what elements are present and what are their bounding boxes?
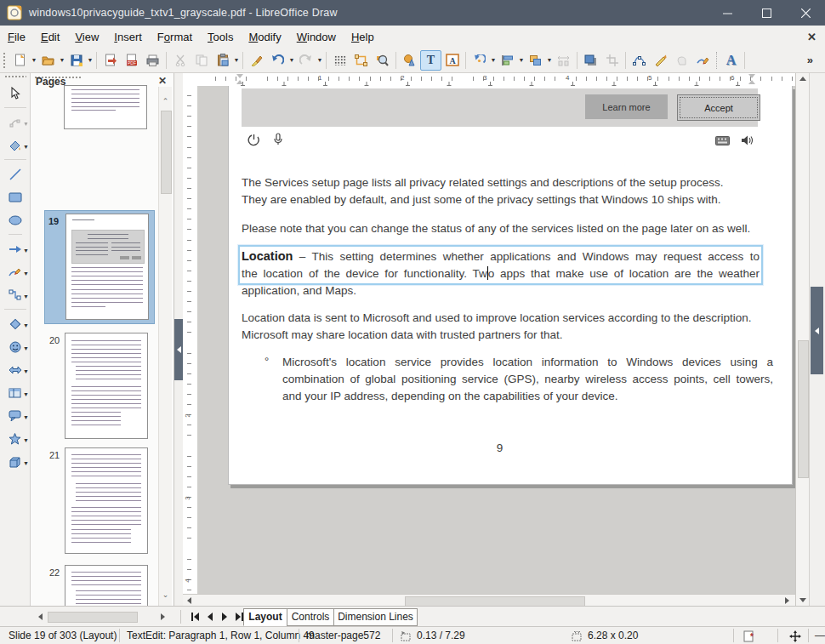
dropdown-arrow[interactable]: ▼: [23, 322, 30, 328]
horizontal-ruler[interactable]: 1 2 3 4 5 6: [197, 73, 795, 87]
open-button[interactable]: [37, 50, 59, 71]
new-button[interactable]: [9, 50, 31, 71]
page-thumbnail-21[interactable]: [65, 447, 148, 554]
menu-item-help[interactable]: Help: [344, 31, 382, 43]
indent-marker-right[interactable]: [748, 80, 755, 84]
3d-objects-tool[interactable]: ▼: [1, 450, 30, 473]
dropdown-arrow[interactable]: ▼: [23, 414, 30, 420]
insert-shapes-button[interactable]: [399, 50, 420, 71]
glue-points-button[interactable]: [650, 50, 671, 71]
menu-item-edit[interactable]: Edit: [33, 31, 67, 43]
menu-item-format[interactable]: Format: [150, 31, 200, 43]
vertical-scrollbar-thumb[interactable]: [798, 340, 809, 478]
pages-panel-close-icon[interactable]: ✕: [158, 75, 167, 87]
page-thumbnail-19[interactable]: [65, 214, 149, 320]
flowchart-tool[interactable]: ▼: [1, 381, 30, 404]
rotate-dropdown-arrow[interactable]: ▼: [490, 57, 497, 63]
dropdown-arrow[interactable]: ▼: [23, 294, 30, 299]
print-button[interactable]: [142, 50, 163, 71]
display-grid-button[interactable]: [329, 50, 350, 71]
paste-button[interactable]: [212, 50, 233, 71]
page-thumbnail-22[interactable]: [65, 565, 148, 607]
callouts-tool[interactable]: ▼: [1, 404, 30, 427]
edit-points-button[interactable]: [629, 50, 650, 71]
lines-and-arrows-tool[interactable]: ▼: [1, 237, 30, 260]
open-dropdown-arrow[interactable]: ▼: [59, 57, 65, 63]
vertical-text-button[interactable]: A: [441, 50, 463, 71]
pages-scrollbar[interactable]: ⌃ ⌄: [158, 87, 172, 606]
export-button[interactable]: [100, 50, 121, 71]
zoom-slider-minus[interactable]: —: [815, 630, 825, 641]
menu-item-window[interactable]: Window: [289, 31, 344, 43]
paste-dropdown-arrow[interactable]: ▼: [233, 57, 240, 63]
scroll-left-icon[interactable]: [187, 597, 191, 604]
close-document-icon[interactable]: ✕: [807, 31, 816, 43]
previous-page-button[interactable]: [203, 612, 216, 622]
fit-slide-icon[interactable]: [789, 630, 801, 642]
scroll-right-icon[interactable]: [785, 597, 789, 604]
menu-item-file[interactable]: File: [0, 31, 33, 43]
basic-shapes-tool[interactable]: ▼: [1, 312, 30, 335]
page-thumbnail-20[interactable]: [65, 333, 148, 439]
line-tool[interactable]: [1, 162, 30, 185]
rectangle-tool[interactable]: [1, 185, 30, 208]
save-dropdown-arrow[interactable]: ▼: [87, 57, 94, 63]
insert-text-box-button[interactable]: T: [420, 50, 441, 71]
stars-banners-tool[interactable]: ▼: [1, 427, 30, 450]
tab-dimension-lines[interactable]: Dimension Lines: [333, 608, 418, 626]
freeform-line-button[interactable]: [692, 50, 714, 71]
next-page-button[interactable]: [218, 612, 230, 622]
paragraph-location[interactable]: Location – This setting determines wheth…: [242, 248, 760, 299]
dropdown-arrow[interactable]: ▼: [23, 271, 30, 276]
dropdown-arrow[interactable]: ▼: [23, 345, 30, 351]
dropdown-arrow[interactable]: ▼: [23, 437, 30, 443]
pages-scroll-right-icon[interactable]: [156, 612, 169, 622]
new-dropdown-arrow[interactable]: ▼: [31, 57, 37, 63]
dropdown-arrow[interactable]: ▼: [23, 391, 30, 397]
arrange-dropdown-arrow[interactable]: ▼: [546, 57, 553, 63]
close-button[interactable]: [786, 0, 825, 26]
curves-polygons-tool[interactable]: ▼: [1, 260, 30, 283]
canvas[interactable]: Learn more Accept The Services setup pag…: [197, 86, 795, 594]
arrange-button[interactable]: [525, 50, 546, 71]
export-pdf-button[interactable]: PDF: [121, 50, 142, 71]
scroll-up-icon[interactable]: ⌃: [161, 97, 170, 105]
pages-hscrollbar-thumb[interactable]: [48, 612, 138, 623]
indent-marker-left[interactable]: [236, 80, 243, 84]
rotate-button[interactable]: [469, 50, 490, 71]
align-dropdown-arrow[interactable]: ▼: [518, 57, 525, 63]
menu-item-insert[interactable]: Insert: [106, 31, 150, 43]
scroll-down-icon[interactable]: [799, 598, 806, 602]
ellipse-tool[interactable]: [1, 208, 30, 231]
dropdown-arrow[interactable]: ▼: [23, 144, 30, 150]
connectors-tool[interactable]: ▼: [1, 283, 30, 306]
pages-scrollbar-thumb[interactable]: [161, 111, 172, 194]
tab-controls[interactable]: Controls: [287, 608, 334, 626]
select-tool[interactable]: [1, 82, 30, 105]
symbol-shapes-tool[interactable]: ▼: [1, 335, 30, 358]
dropdown-arrow[interactable]: ▼: [23, 248, 30, 254]
menu-item-modify[interactable]: Modify: [241, 31, 288, 43]
show-sidebar-handle[interactable]: [811, 287, 823, 374]
menu-item-tools[interactable]: Tools: [200, 31, 241, 43]
vertical-scrollbar[interactable]: [795, 73, 810, 607]
minimize-button[interactable]: [708, 0, 747, 26]
toolbar-grip[interactable]: [4, 75, 26, 79]
hide-pages-panel-handle[interactable]: [174, 319, 183, 380]
toolbar-overflow-button[interactable]: »: [807, 54, 813, 66]
tab-layout[interactable]: Layout: [243, 608, 287, 626]
zoom-button[interactable]: [372, 50, 393, 71]
scroll-up-icon[interactable]: [799, 77, 806, 81]
master-page-name[interactable]: master-page572: [306, 630, 380, 641]
block-arrows-tool[interactable]: ▼: [1, 358, 30, 381]
maximize-button[interactable]: [747, 0, 786, 26]
unsaved-changes-icon[interactable]: *: [743, 630, 755, 642]
page-thumbnail-partial[interactable]: [64, 85, 147, 129]
menu-item-view[interactable]: View: [67, 31, 106, 43]
dropdown-arrow[interactable]: ▼: [23, 368, 30, 374]
indent-marker-left[interactable]: [236, 74, 243, 78]
indent-marker-right[interactable]: [748, 74, 755, 78]
undo-dropdown-arrow[interactable]: ▼: [288, 57, 295, 63]
dropdown-arrow[interactable]: ▼: [23, 460, 30, 466]
align-objects-button[interactable]: [497, 50, 518, 71]
